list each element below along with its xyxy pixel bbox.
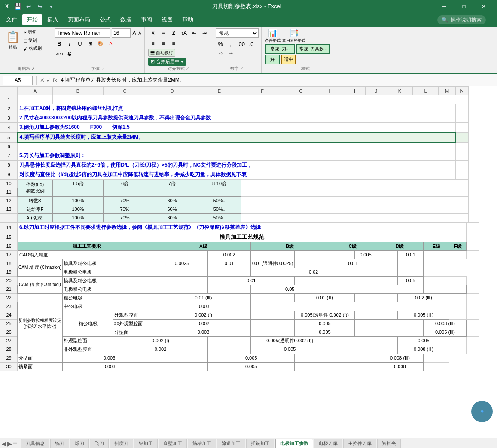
cell-f13-rest[interactable] [241, 205, 469, 213]
cell-parting2-a2[interactable] [156, 354, 208, 362]
cell-r23c[interactable] [113, 302, 156, 311]
cell-cam2-empty[interactable] [113, 276, 156, 285]
cell-n6[interactable] [456, 142, 469, 151]
cell-b10[interactable]: 1-5倍 [53, 179, 104, 188]
cell-header-e[interactable]: E级 [424, 242, 449, 250]
cell-n16[interactable] [467, 242, 479, 250]
conditional-format-button[interactable]: 📊 条件格式 [265, 28, 281, 43]
cell-r22-d2[interactable] [355, 293, 376, 302]
cell-parting2[interactable]: 分型面 [18, 354, 63, 362]
cell-parting-d[interactable] [355, 328, 424, 336]
cell-a1[interactable] [18, 95, 53, 104]
cell-r22-ef[interactable]: 0.02 (Ⅲ) [398, 293, 449, 302]
tab-drill[interactable]: 钻加工 [134, 439, 158, 448]
copy-button[interactable]: ❏复制 [22, 37, 48, 44]
cell-cam1-label[interactable]: CAM 精 度 (Cimatrion) [18, 259, 63, 276]
cell-n2[interactable] [456, 104, 469, 113]
cell-n14[interactable] [467, 222, 479, 232]
cell-outer-d2[interactable] [376, 311, 398, 319]
cell-ar-b[interactable]: 100% [53, 213, 104, 222]
number-format-select[interactable]: 常规 数字 货币 会计专用 百分比 [216, 28, 259, 38]
align-middle-button[interactable]: ≡ [159, 28, 168, 38]
cell-n17[interactable] [449, 250, 467, 259]
cell-e11[interactable] [198, 188, 241, 196]
cell-cam2-label[interactable]: CAM 精 度 (Cam-tool) [18, 276, 63, 293]
cell-n19[interactable] [424, 268, 449, 276]
cell-ar-e[interactable]: 50%↓ [198, 213, 241, 222]
cell-outer-a[interactable]: 0.002 (Ⅰ) [156, 311, 251, 319]
cell-r22-d3[interactable] [376, 293, 398, 302]
auto-wrap-button[interactable]: ☰ 自动换行 [148, 49, 175, 57]
cell-n21[interactable] [467, 285, 479, 293]
cell-f12-rest[interactable] [241, 196, 469, 205]
cell-b12[interactable]: 100% [53, 196, 104, 205]
cell-f10-rest[interactable] [241, 179, 469, 188]
maximize-button[interactable]: □ [454, 0, 474, 13]
cell-a9[interactable]: 对长度与直径比（l/d)超过5倍的刀具在加工中应降低转速与进给率，并减少吃刀量，… [18, 170, 456, 179]
menu-home[interactable]: 开始 [22, 14, 42, 25]
cell-ar-d[interactable]: 60% [146, 213, 198, 222]
cell-a7[interactable]: 5.刀长与加工参数调整原则： [18, 151, 456, 160]
cell-lock-cd[interactable]: 0.005 [208, 362, 295, 371]
col-header-l[interactable]: L [413, 87, 439, 95]
cell-c10[interactable]: 6倍 [104, 179, 146, 188]
cell-cad-e[interactable]: 0.01 [398, 250, 424, 259]
cell-nonouter-ef[interactable]: 0.008 (Ⅲ) [424, 319, 467, 328]
cell-cut-outer-ef[interactable]: 0.005 [398, 336, 449, 345]
cell-cut-nonouter-a[interactable]: 0.002 [113, 345, 208, 354]
cancel-formula-icon[interactable]: ✕ [40, 77, 45, 83]
cell-n15[interactable] [467, 232, 479, 242]
menu-help[interactable]: 帮助 [178, 14, 198, 25]
cell-r19[interactable] [113, 268, 156, 276]
cell-a15-title[interactable]: 模具加工工艺规范 [18, 232, 467, 242]
add-sheet-icon[interactable]: + [13, 439, 18, 448]
insert-function-icon[interactable]: fx [53, 77, 57, 83]
cell-lock-d[interactable] [295, 362, 376, 371]
col-header-g[interactable]: G [284, 87, 318, 95]
cell-a8[interactable]: 刀具悬伸长度应选择刀具直径的2~3倍，使用D/L（刀长/刀径）>5的刀具时，NC… [18, 160, 456, 170]
tab-fly[interactable]: 飞刀 [90, 439, 109, 448]
cell-cut-params-label[interactable]: 切削参数按粗糙度设定(指球刀水平优化) [18, 293, 63, 354]
font-size-input[interactable] [112, 28, 131, 38]
menu-page-layout[interactable]: 页面布局 [64, 14, 95, 25]
cell-r19e[interactable] [376, 268, 398, 276]
cell-cut-outer-cd[interactable]: 0.005(透明件0.002 (Ⅰ)) [251, 336, 329, 345]
formula-input[interactable] [59, 76, 494, 85]
cell-r21-rest[interactable] [329, 285, 424, 293]
cell-a5-active[interactable]: 4.填写程序单刀具装夹长度时，应加上装夹余量2MM。 [18, 132, 456, 142]
subscript-button[interactable]: wen [55, 49, 64, 58]
cell-r22c[interactable] [113, 293, 156, 302]
cell-r21f[interactable] [449, 285, 467, 293]
cell-header-c[interactable]: C级 [329, 242, 376, 250]
cell-header-b[interactable]: B级 [251, 242, 329, 250]
cell-n28[interactable] [449, 345, 467, 354]
col-header-e[interactable]: E [198, 87, 241, 95]
indent-decrease-button[interactable]: ⇤ [189, 28, 199, 38]
cell-d10[interactable]: 7倍 [146, 179, 198, 188]
col-header-k[interactable]: K [387, 87, 413, 95]
cell-d12[interactable]: 60% [146, 196, 198, 205]
cell-cut-outer-a[interactable]: 0.002 (Ⅰ) [113, 336, 208, 345]
cell-e13[interactable]: 50%↓ [198, 205, 241, 213]
cell-r21[interactable] [113, 285, 156, 293]
bold-button[interactable]: B [55, 39, 64, 48]
cell-n20[interactable] [449, 276, 467, 285]
cell-n25[interactable] [467, 319, 479, 328]
menu-file[interactable]: 文件 [2, 14, 21, 25]
col-header-c[interactable]: C [104, 87, 146, 95]
cell-cam1-a1[interactable]: 0.0025 [156, 259, 208, 268]
cell-cut-outer-d[interactable] [329, 336, 398, 345]
cell-n8[interactable] [456, 160, 469, 170]
cell-header-d[interactable]: D级 [376, 242, 424, 250]
col-header-m[interactable]: M [439, 87, 456, 95]
col-header-j[interactable]: J [366, 87, 387, 95]
cell-cam2-mold[interactable]: 模具及精公电极 [63, 276, 113, 285]
percent-button[interactable]: % [216, 39, 225, 49]
cell-ar-c[interactable]: 70% [104, 213, 146, 222]
cell-cut-outer-a2[interactable] [208, 336, 251, 345]
cell-a13[interactable]: 进给率F [18, 205, 53, 213]
cell-header-process[interactable]: 加工工艺要求 [18, 242, 156, 250]
cell-a2[interactable]: 1.在加工A0时，将固定镶块用的螺丝过孔打点 [18, 104, 456, 113]
tab-tool-info[interactable]: 刀具信息 [21, 439, 49, 448]
cell-n23[interactable] [449, 302, 467, 311]
